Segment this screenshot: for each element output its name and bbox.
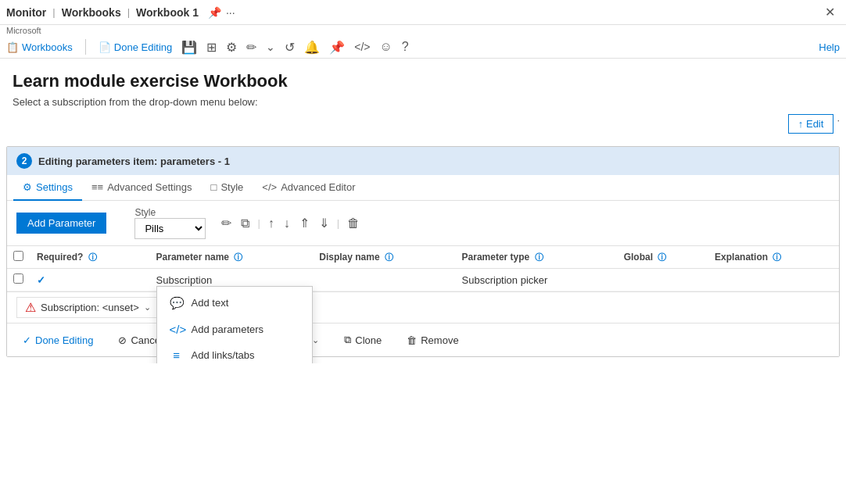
move-down-icon[interactable]: ↓ (281, 215, 293, 232)
panel-toolbar: Add Parameter Style Pills Standard Compa… (7, 201, 839, 246)
help-btn[interactable]: Help (819, 41, 840, 53)
table-header-row: Required? ⓘ Parameter name ⓘ Display nam… (7, 246, 839, 269)
th-global: Global ⓘ (618, 246, 708, 269)
style-tab-icon: □ (211, 181, 217, 193)
refresh-icon[interactable]: ↺ (285, 40, 295, 55)
done-editing-toolbar-btn[interactable]: 📄 Done Editing (99, 41, 172, 53)
clone-button[interactable]: ⧉ Clone (338, 331, 388, 349)
pin-icon[interactable]: 📌 (208, 6, 221, 19)
panel-heading: Editing parameters item: parameters - 1 (38, 155, 230, 167)
style-dropdown-container: Pills Standard Compact (134, 218, 206, 239)
alert-icon[interactable]: 🔔 (304, 40, 320, 55)
tab-advanced-editor[interactable]: </> Advanced Editor (253, 175, 364, 201)
section-name: Workbooks (62, 6, 121, 19)
display-name-info-icon[interactable]: ⓘ (385, 252, 393, 262)
param-name-info-icon[interactable]: ⓘ (234, 252, 242, 262)
move-top-icon[interactable]: ⇑ (296, 214, 313, 232)
page-title: Learn module exercise Workbook (13, 71, 833, 91)
global-col-label: Global (624, 252, 653, 263)
add-text-icon: 💬 (170, 296, 184, 310)
th-explanation: Explanation ⓘ (708, 246, 839, 269)
code-icon[interactable]: </> (354, 41, 370, 53)
edit-row-icon[interactable]: ✏ (218, 214, 235, 232)
edit-button[interactable]: ↑ Edit (788, 114, 834, 134)
sep1: | (52, 6, 55, 18)
style-label: Style (134, 207, 206, 218)
done-editing-toolbar-label: Done Editing (114, 41, 172, 53)
global-info-icon[interactable]: ⓘ (658, 252, 666, 262)
title-bar: Monitor | Workbooks | Workbook 1 📌 ··· ✕ (0, 0, 846, 25)
page-subtitle: Select a subscription from the drop-down… (13, 96, 833, 108)
microsoft-label: Microsoft (0, 25, 846, 36)
row-checkbox-cell (7, 269, 30, 291)
done-editing-label: Done Editing (35, 334, 93, 346)
close-icon[interactable]: ✕ (820, 3, 840, 21)
title-bar-actions: ✕ (820, 3, 840, 21)
tab-style[interactable]: □ Style (202, 175, 253, 201)
move-up-icon[interactable]: ↑ (265, 215, 278, 232)
select-all-checkbox[interactable] (13, 251, 23, 261)
workbooks-label: Workbooks (22, 41, 73, 53)
parameters-table: Required? ⓘ Parameter name ⓘ Display nam… (7, 246, 839, 291)
done-editing-toolbar-icon: 📄 (99, 41, 111, 53)
row-checkbox[interactable] (13, 273, 23, 284)
add-parameters-item[interactable]: </> Add parameters (157, 316, 312, 342)
row-param-name-cell: Subscription 💬 Add text </> Add paramete… (150, 269, 314, 291)
remove-button[interactable]: 🗑 Remove (400, 331, 464, 349)
save-icon[interactable]: 💾 (181, 40, 197, 55)
export-icon[interactable]: ⊞ (206, 40, 217, 55)
done-editing-button[interactable]: ✓ Done Editing (16, 331, 99, 349)
more-icon[interactable]: · (837, 114, 840, 134)
more-options-icon[interactable]: ··· (226, 6, 235, 19)
workbooks-icon: 📋 (6, 41, 19, 53)
cancel-icon: ⊘ (118, 334, 127, 346)
emoji-icon[interactable]: ☺ (380, 40, 393, 54)
move-chevron-icon: ⌄ (312, 335, 319, 345)
add-links-label: Add links/tabs (192, 349, 255, 361)
sep2: | (127, 6, 130, 18)
add-parameter-button[interactable]: Add Parameter (16, 213, 106, 234)
chevron-down-icon[interactable]: ⌄ (266, 41, 275, 53)
add-text-item[interactable]: 💬 Add text (157, 290, 312, 316)
settings-icon[interactable]: ⚙ (226, 40, 237, 55)
delete-row-icon[interactable]: 🗑 (344, 215, 363, 232)
row-param-type-cell: Subscription picker (456, 269, 618, 291)
add-links-tabs-item[interactable]: ≡ Add links/tabs (157, 342, 312, 364)
table-header: Required? ⓘ Parameter name ⓘ Display nam… (7, 246, 839, 269)
explanation-info-icon[interactable]: ⓘ (773, 252, 781, 262)
param-type-info-icon[interactable]: ⓘ (535, 252, 543, 262)
style-tab-label: Style (220, 181, 243, 193)
tab-advanced-settings[interactable]: ≡≡ Advanced Settings (82, 175, 202, 201)
style-control: Style Pills Standard Compact (134, 207, 206, 239)
subscription-bar: ⚠ Subscription: <unset> ⌄ (7, 291, 839, 323)
th-checkbox (7, 246, 30, 269)
row-global-cell (618, 269, 708, 291)
help-question-icon[interactable]: ? (402, 40, 409, 54)
panel-header: 2 Editing parameters item: parameters - … (7, 147, 839, 175)
app-name: Monitor (6, 6, 46, 19)
required-info-icon[interactable]: ⓘ (88, 252, 97, 262)
bottom-action-bar: ✓ Done Editing ⊘ Cancel | ＋ Add ⌄ ⤢ Move… (7, 323, 839, 356)
display-name-col-label: Display name (319, 252, 379, 263)
remove-label: Remove (421, 334, 458, 346)
workbooks-link[interactable]: 📋 Workbooks (6, 41, 73, 53)
tab-settings[interactable]: ⚙ Settings (13, 175, 82, 201)
subscription-label: Subscription: <unset> (41, 302, 139, 313)
subscription-tag[interactable]: ⚠ Subscription: <unset> ⌄ (16, 297, 160, 318)
param-type-col-label: Parameter type (462, 252, 530, 263)
style-select[interactable]: Pills Standard Compact (134, 218, 206, 239)
toolbar-divider-1 (85, 39, 86, 55)
remove-icon: 🗑 (407, 334, 417, 346)
add-links-icon: ≡ (170, 349, 184, 362)
edit-icon[interactable]: ✏ (246, 40, 256, 55)
editing-panel: 2 Editing parameters item: parameters - … (6, 146, 840, 357)
add-content-dropdown: 💬 Add text </> Add parameters ≡ Add link… (156, 286, 313, 364)
param-name-col-label: Parameter name (156, 252, 229, 263)
advanced-editor-tab-icon: </> (262, 181, 277, 193)
th-param-name: Parameter name ⓘ (150, 246, 314, 269)
pin-toolbar-icon[interactable]: 📌 (329, 40, 345, 55)
explanation-col-label: Explanation (715, 252, 768, 263)
move-bottom-icon[interactable]: ⇓ (316, 214, 332, 232)
copy-row-icon[interactable]: ⧉ (238, 215, 253, 232)
workbook-name: Workbook 1 (136, 6, 199, 19)
